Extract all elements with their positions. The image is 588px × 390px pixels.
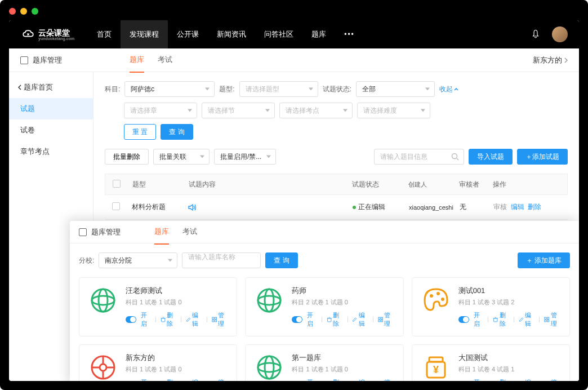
bank-card: 药师 科目 2 试卷 1 试题 0 开启 删除 编辑 管理 [245,277,403,336]
maximize-window-icon[interactable] [32,8,38,15]
svg-point-18 [436,292,440,295]
nav-item[interactable]: 题库 [302,20,335,48]
nav-item[interactable]: 新闻资讯 [208,20,255,48]
card-meta: 科目 1 试卷 1 试题 0 [126,298,228,307]
table-row: 材料分析题 正在编辑 xiaoqiang_ceshi 无 审核 编辑 删除 [105,195,568,220]
card-edit-link[interactable]: 编辑 [186,378,202,381]
user-avatar[interactable] [552,26,568,42]
card-manage-link[interactable]: 管理 [544,311,560,328]
window-traffic-lights [9,8,38,15]
svg-point-32 [258,356,280,379]
svg-rect-23 [545,320,546,322]
card-edit-link[interactable]: 编辑 [352,311,368,328]
card-icon [255,286,284,315]
point-select[interactable]: 请选择考点 [279,103,353,118]
card-meta: 科目 2 试卷 1 试题 0 [292,298,394,307]
batch-toggle-select[interactable]: 批量启用/禁... [214,149,276,165]
difficulty-select[interactable]: 请选择难度 [357,103,430,118]
status-dot-icon [353,206,356,209]
sidebar-back-label: 题库首页 [24,82,53,92]
svg-rect-15 [378,320,380,322]
card-title: 第一题库 [292,353,394,363]
bank-name-input[interactable] [182,252,261,268]
card-toggle-label: 开启 [474,378,484,381]
row-delete-link[interactable]: 删除 [528,203,541,211]
col-type-header: 题型 [128,180,184,189]
notification-bell-icon[interactable] [531,29,541,39]
row-status: 正在编辑 [358,203,385,211]
card-icon: ¥ [421,353,451,381]
status-select[interactable]: 全部 [356,81,435,97]
add-question-button[interactable]: ＋添加试题 [517,149,568,165]
import-button[interactable]: 导入试题 [469,149,513,165]
col-reviewer-header: 审核者 [455,180,488,189]
minimize-window-icon[interactable] [20,8,27,15]
card-manage-link[interactable]: 管理 [544,378,560,381]
sub-tab[interactable]: 考试 [158,48,172,73]
collapse-filters-link[interactable]: 收起 [439,85,458,94]
select-all-checkbox[interactable] [113,180,121,188]
sidebar-back-link[interactable]: 题库首页 [9,77,93,98]
search-button[interactable]: 查 询 [161,124,193,140]
overlay-sub-tab[interactable]: 题库 [154,221,169,245]
svg-text:¥: ¥ [433,364,439,375]
row-edit-link[interactable]: 编辑 [511,203,524,211]
card-delete-link[interactable]: 删除 [327,311,343,328]
overlay-search-button[interactable]: 查 询 [265,252,297,268]
card-icon [88,286,118,315]
sub-tab[interactable]: 题库 [130,48,144,73]
card-icon [88,353,118,381]
card-delete-link[interactable]: 删除 [161,378,177,381]
card-delete-link[interactable]: 删除 [493,311,509,328]
type-select[interactable]: 请选择题型 [239,81,318,97]
nav-item[interactable]: 发现课程 [121,20,168,48]
svg-point-0 [452,154,457,159]
batch-delete-button[interactable]: 批量删除 [105,149,149,165]
svg-rect-6 [215,317,216,319]
card-manage-link[interactable]: 管理 [378,378,394,381]
card-meta: 科目 1 试卷 3 试题 2 [458,298,560,307]
section-select[interactable]: 请选择节 [202,103,275,118]
audio-icon[interactable] [188,203,197,211]
card-toggle[interactable] [126,316,136,323]
batch-link-select[interactable]: 批量关联 [153,149,210,165]
card-manage-link[interactable]: 管理 [378,311,394,328]
overlay-page-title: 题库管理 [91,227,121,237]
question-search-input[interactable] [374,149,464,165]
row-checkbox[interactable] [112,202,120,210]
nav-more-icon[interactable]: ••• [335,30,364,38]
row-review-link[interactable]: 审核 [493,203,507,211]
svg-point-10 [258,296,280,305]
overlay-sub-tab[interactable]: 考试 [182,221,197,245]
bank-card: 测试001 科目 1 试卷 3 试题 2 开启 删除 编辑 管理 [412,277,570,336]
svg-point-26 [100,364,106,371]
card-delete-link[interactable]: 删除 [493,378,509,381]
card-edit-link[interactable]: 编辑 [352,378,368,381]
card-toggle[interactable] [458,316,469,323]
row-creator: xiaoqiang_ceshi [404,204,455,211]
logo[interactable]: 云朵课堂 yunduoketang.com [20,26,74,42]
card-delete-link[interactable]: 删除 [327,378,343,381]
add-bank-button[interactable]: ＋ 添加题库 [518,252,570,268]
sidebar-item[interactable]: 章节考点 [9,141,93,162]
card-edit-link[interactable]: 编辑 [186,311,202,328]
reset-button[interactable]: 重 置 [124,124,156,140]
nav-item[interactable]: 问答社区 [255,20,302,48]
card-title: 测试001 [458,286,560,296]
branch-select[interactable]: 南京分院 [99,252,177,268]
card-toggle-label: 开启 [307,378,317,381]
card-edit-link[interactable]: 编辑 [519,311,535,328]
svg-rect-13 [378,317,380,319]
close-window-icon[interactable] [9,8,16,15]
card-manage-link[interactable]: 管理 [212,378,228,381]
card-delete-link[interactable]: 删除 [161,311,177,328]
nav-item[interactable]: 首页 [88,20,121,48]
subject-select[interactable]: 阿萨德c [124,81,215,97]
sidebar-item[interactable]: 试题 [9,98,93,119]
nav-item[interactable]: 公开课 [168,20,208,48]
card-edit-link[interactable]: 编辑 [519,378,535,381]
card-manage-link[interactable]: 管理 [212,311,228,328]
chapter-select[interactable]: 请选择章 [124,103,197,118]
sidebar-item[interactable]: 试卷 [9,119,93,141]
card-toggle[interactable] [292,316,302,323]
